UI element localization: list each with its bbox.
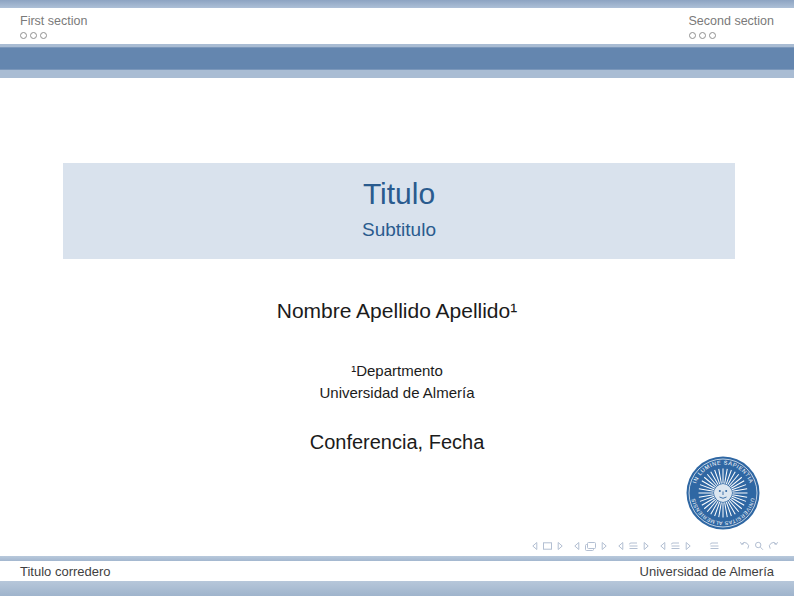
frame-prev-icon[interactable] <box>573 541 580 551</box>
frame-icon[interactable] <box>584 541 597 552</box>
section-prev-icon[interactable] <box>659 541 666 551</box>
footer-strip: Titulo corredero Universidad de Almería <box>0 561 794 581</box>
section-nav-first: First section <box>20 13 87 39</box>
page-title: Titulo <box>63 176 735 212</box>
title-box: Titulo Subtitulo <box>63 163 735 259</box>
frame-dots-first <box>20 32 87 39</box>
section-link-first[interactable]: First section <box>20 13 87 29</box>
frame-dots-second <box>689 32 774 39</box>
institute-department: ¹Departmento <box>0 360 794 382</box>
frame-dot[interactable] <box>689 32 696 39</box>
conference-date: Conferencia, Fecha <box>0 431 794 454</box>
navigation-symbols <box>531 540 779 552</box>
subsection-prev-icon[interactable] <box>617 541 624 551</box>
frame-dot[interactable] <box>699 32 706 39</box>
back-icon[interactable] <box>739 541 750 551</box>
frame-dot[interactable] <box>40 32 47 39</box>
university-seal-logo: IN LUMINE SAPIENTIA UNIVERSITAS ALMERIEN… <box>684 454 762 532</box>
slide-next-icon[interactable] <box>557 541 564 551</box>
author-name: Nombre Apellido Apellido¹ <box>0 299 794 323</box>
frame-next-icon[interactable] <box>601 541 608 551</box>
forward-icon[interactable] <box>768 541 779 551</box>
search-icon[interactable] <box>754 541 764 551</box>
footer-institution: Universidad de Almería <box>640 564 774 579</box>
section-icon[interactable] <box>670 541 681 551</box>
frame-dot[interactable] <box>30 32 37 39</box>
section-link-second[interactable]: Second section <box>689 13 774 29</box>
subsection-next-icon[interactable] <box>643 541 650 551</box>
frame-dot[interactable] <box>20 32 27 39</box>
band-main <box>0 47 794 70</box>
headline-bar: First section Second section <box>0 8 794 44</box>
footer-short-title: Titulo corredero <box>20 564 111 579</box>
institute-block: ¹Departmento Universidad de Almería <box>0 360 794 403</box>
top-decoration-strip <box>0 0 794 8</box>
section-next-icon[interactable] <box>685 541 692 551</box>
appendix-icon[interactable] <box>709 541 720 551</box>
page-subtitle: Subtitulo <box>63 218 735 242</box>
institute-university: Universidad de Almería <box>0 382 794 404</box>
frame-dot[interactable] <box>709 32 716 39</box>
subsection-icon[interactable] <box>628 541 639 551</box>
seal-sun-face <box>714 484 732 502</box>
slide-prev-icon[interactable] <box>531 541 538 551</box>
slide-icon[interactable] <box>542 541 553 551</box>
band-light-bottom <box>0 70 794 78</box>
section-nav-second: Second section <box>689 13 774 39</box>
footer-bottom-bar <box>0 581 794 596</box>
